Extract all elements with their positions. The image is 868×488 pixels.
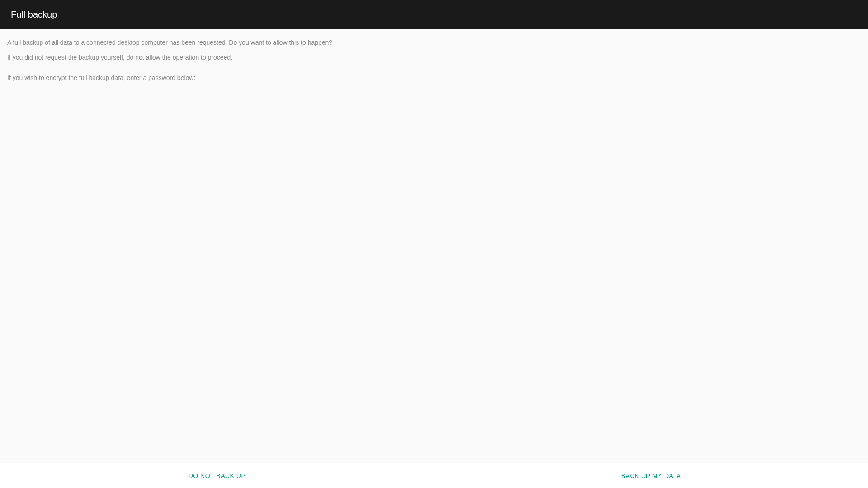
backup-request-text: A full backup of all data to a connected… bbox=[7, 38, 861, 47]
allow-container: Back up my data bbox=[434, 467, 868, 485]
page-title: Full backup bbox=[11, 9, 57, 20]
app-header: Full backup bbox=[0, 0, 868, 29]
encryption-password-input[interactable] bbox=[7, 94, 861, 109]
encrypt-prompt-text: If you wish to encrypt the full backup d… bbox=[7, 73, 861, 83]
action-footer: Do not back up Back up my data bbox=[0, 463, 868, 488]
main-content: A full backup of all data to a connected… bbox=[0, 29, 868, 463]
backup-warning-text: If you did not request the backup yourse… bbox=[7, 53, 861, 62]
do-not-back-up-button[interactable]: Do not back up bbox=[181, 467, 253, 485]
deny-container: Do not back up bbox=[0, 467, 434, 485]
back-up-my-data-button[interactable]: Back up my data bbox=[614, 467, 689, 485]
